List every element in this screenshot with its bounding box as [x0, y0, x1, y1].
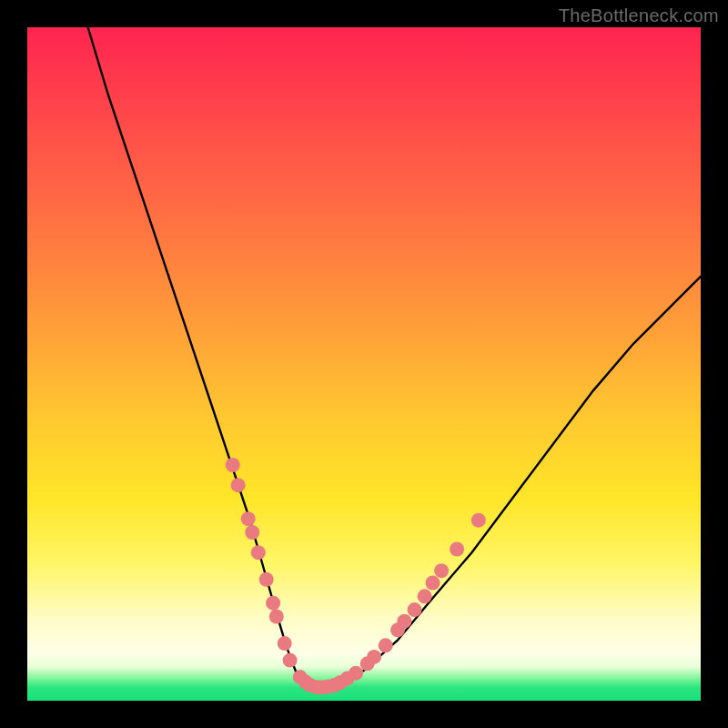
highlight-dot: [226, 458, 240, 472]
highlight-dot: [379, 638, 393, 652]
watermark-text: TheBottleneck.com: [559, 5, 719, 26]
highlight-dot: [231, 478, 246, 492]
highlight-dot: [397, 614, 411, 629]
highlight-dot: [259, 572, 274, 587]
highlight-dot: [241, 511, 256, 526]
highlight-dot: [266, 596, 280, 611]
highlight-dot: [418, 589, 432, 603]
highlight-dot: [349, 666, 363, 681]
highlight-dot: [367, 650, 381, 664]
highlight-dot: [434, 563, 449, 578]
highlight-dot: [450, 542, 464, 557]
highlight-dot: [471, 513, 486, 528]
highlight-dot: [426, 576, 440, 591]
highlight-dot: [251, 545, 266, 560]
chart-svg: [27, 27, 701, 701]
highlight-dot: [269, 610, 284, 624]
highlight-dots-group: [226, 458, 486, 694]
bottleneck-curve: [88, 27, 701, 687]
highlight-dot: [283, 653, 298, 668]
chart-frame: TheBottleneck.com: [0, 0, 728, 728]
highlight-dot: [245, 525, 259, 540]
highlight-dot: [408, 602, 422, 617]
highlight-dot: [278, 636, 292, 651]
plot-area: [27, 27, 701, 701]
